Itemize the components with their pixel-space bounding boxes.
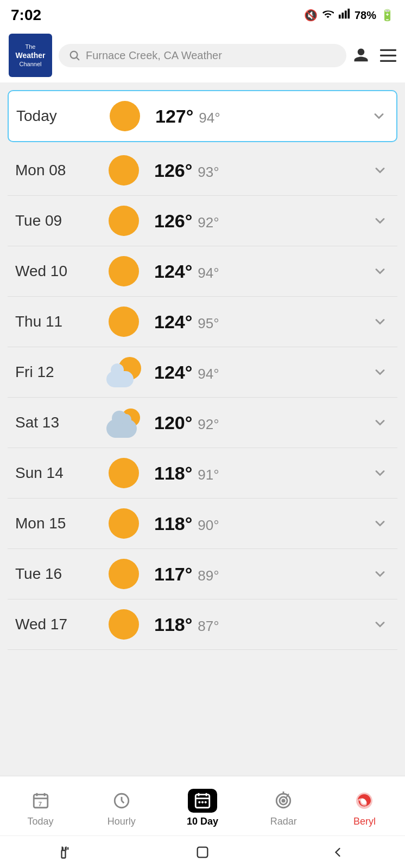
- weather-row[interactable]: Sat 13120°92°: [8, 398, 397, 448]
- temp-low: 92°: [198, 214, 219, 231]
- chevron-down-icon[interactable]: [370, 413, 390, 432]
- svg-point-22: [201, 801, 204, 803]
- app-logo: The Weather Channel: [9, 34, 52, 77]
- temp-low: 94°: [198, 366, 219, 382]
- nav-recent-icon[interactable]: [60, 845, 75, 860]
- day-label: Tue 09: [15, 212, 102, 229]
- weather-row[interactable]: Wed 10124°94°: [8, 246, 397, 297]
- svg-point-21: [198, 801, 200, 803]
- logo-line2: Weather: [16, 50, 46, 60]
- temp-low: 91°: [198, 467, 219, 483]
- weather-row[interactable]: Tue 16117°89°: [8, 549, 397, 599]
- svg-rect-1: [341, 12, 344, 18]
- mute-icon: 🔇: [304, 9, 318, 22]
- weather-icon: [102, 206, 145, 236]
- search-icon: [68, 49, 80, 61]
- temp-high: 118°: [154, 513, 192, 534]
- status-time: 7:02: [11, 7, 41, 24]
- chevron-down-icon[interactable]: [370, 564, 390, 584]
- temp-section: 118°90°: [145, 513, 370, 534]
- weather-row[interactable]: Mon 15118°90°: [8, 499, 397, 549]
- menu-icon[interactable]: [380, 47, 396, 63]
- weather-row[interactable]: Thu 11124°95°: [8, 297, 397, 347]
- chevron-down-icon[interactable]: [369, 106, 389, 126]
- radar-icon: [274, 792, 293, 810]
- weather-row[interactable]: Fri 12124°94°: [8, 347, 397, 398]
- weather-row[interactable]: Wed 17118°87°: [8, 599, 397, 650]
- chevron-down-icon[interactable]: [370, 161, 390, 180]
- android-nav: [0, 835, 405, 868]
- chevron-down-icon[interactable]: [370, 261, 390, 281]
- temp-low: 92°: [198, 416, 219, 433]
- temp-high: 118°: [154, 614, 192, 635]
- chevron-down-icon[interactable]: [370, 362, 390, 382]
- nav-hourly-label: Hourly: [107, 816, 136, 827]
- svg-rect-2: [345, 10, 347, 18]
- nav-10day-label: 10 Day: [187, 816, 218, 827]
- temp-section: 124°94°: [145, 261, 370, 282]
- temp-section: 126°93°: [145, 160, 370, 181]
- nav-beryl[interactable]: Beryl: [324, 776, 405, 835]
- signal-icon: [338, 8, 350, 23]
- day-label: Sun 14: [15, 464, 102, 482]
- search-bar[interactable]: Furnace Creek, CA Weather: [59, 44, 346, 67]
- chevron-down-icon[interactable]: [370, 463, 390, 483]
- clock-icon: [112, 792, 131, 810]
- svg-rect-17: [195, 795, 210, 808]
- day-label: Sat 13: [15, 414, 102, 431]
- nav-back-icon[interactable]: [330, 845, 345, 860]
- chevron-down-icon[interactable]: [370, 514, 390, 533]
- svg-rect-7: [380, 55, 396, 56]
- temp-low: 89°: [198, 567, 219, 584]
- day-label: Fri 12: [15, 363, 102, 381]
- nav-hourly[interactable]: Hourly: [81, 776, 162, 835]
- nav-10day[interactable]: 10 Day: [162, 776, 243, 835]
- search-input-text: Furnace Creek, CA Weather: [86, 49, 222, 62]
- weather-icon: [102, 155, 145, 186]
- nav-today-label: Today: [28, 816, 54, 827]
- weather-row[interactable]: Today127°94°: [8, 90, 397, 142]
- weather-icon: [102, 256, 145, 286]
- weather-row[interactable]: Mon 08126°93°: [8, 145, 397, 196]
- svg-rect-36: [198, 847, 208, 857]
- calendar-today-icon: 7: [31, 792, 50, 810]
- weather-icon: [102, 458, 145, 488]
- day-label: Wed 10: [15, 263, 102, 280]
- nav-home-icon[interactable]: [195, 845, 210, 860]
- temp-high: 124°: [154, 311, 192, 333]
- logo-line1: The: [26, 43, 36, 50]
- svg-rect-6: [380, 49, 396, 51]
- hurricane-icon: [355, 791, 374, 810]
- temp-low: 94°: [199, 110, 220, 126]
- nav-10day-icon-container: [188, 789, 217, 813]
- temp-section: 124°94°: [145, 362, 370, 383]
- profile-icon[interactable]: [353, 47, 369, 63]
- weather-list: Today127°94°Mon 08126°93°Tue 09126°92°We…: [0, 82, 405, 650]
- nav-hourly-icon-container: [107, 789, 136, 813]
- nav-radar[interactable]: Radar: [243, 776, 324, 835]
- weather-row[interactable]: Sun 14118°91°: [8, 448, 397, 499]
- weather-icon: [102, 407, 145, 438]
- svg-line-5: [77, 58, 79, 60]
- weather-icon: [102, 609, 145, 640]
- chevron-down-icon[interactable]: [370, 211, 390, 231]
- chevron-down-icon[interactable]: [370, 615, 390, 634]
- temp-low: 93°: [198, 164, 219, 181]
- svg-point-23: [205, 801, 207, 803]
- svg-point-26: [282, 800, 284, 802]
- weather-icon: [102, 508, 145, 539]
- temp-low: 94°: [198, 265, 219, 282]
- temp-high: 127°: [155, 106, 193, 127]
- temp-high: 117°: [154, 564, 192, 585]
- temp-section: 126°92°: [145, 210, 370, 232]
- day-label: Today: [16, 107, 103, 125]
- temp-high: 120°: [154, 412, 192, 433]
- chevron-down-icon[interactable]: [370, 312, 390, 331]
- nav-today[interactable]: 7 Today: [0, 776, 81, 835]
- svg-line-16: [122, 801, 124, 803]
- nav-beryl-label: Beryl: [353, 816, 376, 827]
- weather-row[interactable]: Tue 09126°92°: [8, 196, 397, 246]
- nav-today-icon-container: 7: [26, 789, 55, 813]
- day-label: Thu 11: [15, 313, 102, 330]
- temp-section: 120°92°: [145, 412, 370, 433]
